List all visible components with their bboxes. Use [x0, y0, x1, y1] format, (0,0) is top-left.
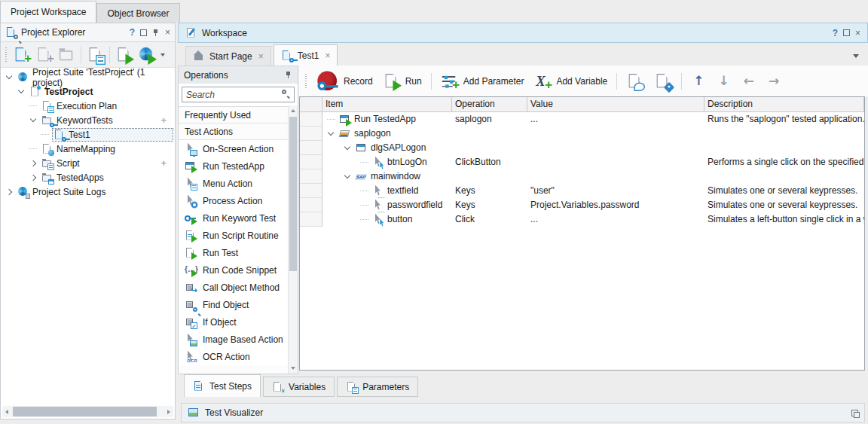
add-variable-button[interactable]: X+ Add Variable [531, 69, 610, 93]
operation-item-image-based-action[interactable]: Image Based Action [179, 331, 288, 348]
value-cell[interactable]: ... [527, 212, 704, 227]
operation-item-run-script-routine[interactable]: Run Script Routine [179, 227, 288, 244]
table-row[interactable]: …passwordfieldKeysProject.Variables.pass… [300, 198, 864, 212]
value-cell[interactable]: Project.Variables.password [527, 198, 704, 212]
tree-item-label-wrap[interactable]: Execution Plan [40, 99, 173, 113]
tree-item-label-wrap[interactable]: TestProject [28, 85, 173, 99]
search-input[interactable] [182, 87, 295, 102]
new-project-button[interactable]: + [11, 44, 32, 65]
record-button[interactable]: Record [314, 69, 375, 93]
run-project-suite-button[interactable] [136, 44, 157, 65]
tree-chevron[interactable] [28, 119, 38, 121]
operation-item-call-object-method[interactable]: ↪Call Object Method [179, 279, 288, 296]
chevron-down-icon[interactable] [5, 73, 11, 79]
tab-project-workspace[interactable]: Project Workspace [0, 1, 96, 23]
run-button[interactable]: Run [381, 69, 424, 93]
tab-test1[interactable]: Test1 × [274, 44, 338, 66]
value-cell[interactable] [527, 127, 704, 141]
operation-item-run-code-snippet[interactable]: {…}Run Code Snippet [179, 261, 288, 279]
tree-item-project-suite[interactable]: Project Suite 'TestProject' (1 project) [1, 70, 175, 84]
tree-item-label-wrap[interactable]: Project Suite Logs [16, 185, 173, 199]
operation-item-on-screen-action[interactable]: On-Screen Action [179, 140, 288, 157]
tree-chevron[interactable] [342, 147, 353, 149]
item-cell[interactable]: …textfield [322, 184, 452, 198]
item-cell[interactable]: SAPmainwindow [322, 169, 452, 184]
toolbar-grip[interactable] [305, 74, 307, 89]
tree-chevron[interactable] [16, 90, 26, 93]
operation-item-run-testedapp[interactable]: Run TestedApp [179, 157, 288, 175]
chevron-down-icon[interactable] [328, 130, 334, 136]
vertical-scrollbar[interactable] [288, 105, 298, 374]
tree-item-keyword-tests[interactable]: KeywordTests+ [1, 113, 175, 127]
operation-item-run-keyword-test[interactable]: Run Keyword Test [179, 209, 288, 227]
operation-item-menu-action[interactable]: Menu Action [179, 175, 288, 192]
tab-start-page[interactable]: Start Page × [185, 46, 271, 66]
add-comment-button[interactable] [624, 69, 646, 93]
close-icon[interactable]: × [855, 28, 860, 38]
add-parameter-button[interactable]: + Add Parameter [439, 69, 527, 93]
scroll-up-icon[interactable] [291, 109, 295, 112]
operation-cell[interactable]: saplogon [452, 112, 527, 127]
table-row[interactable]: …textfieldKeys"user"Simulates one or sev… [300, 184, 864, 198]
close-icon[interactable]: × [325, 50, 330, 61]
column-header-item[interactable]: Item [322, 97, 452, 111]
tree-item-label-wrap[interactable]: KeywordTests [40, 114, 158, 127]
tree-item-project[interactable]: TestProject [1, 84, 175, 99]
row-gutter[interactable] [300, 155, 322, 169]
value-cell[interactable]: ... [527, 112, 704, 127]
tree-item-project-suite-logs[interactable]: Project Suite Logs [1, 185, 175, 199]
item-cell[interactable]: btnLogOn [322, 155, 452, 169]
operation-item-find-object[interactable]: Find Object [179, 296, 288, 313]
item-cell[interactable]: saplogon [322, 127, 452, 141]
tree-item-tested-apps[interactable]: TestedApps [1, 170, 175, 185]
tree-chevron[interactable] [342, 175, 353, 178]
move-right-button[interactable]: → [764, 75, 784, 87]
tree-item-label-wrap[interactable]: Project Suite 'TestProject' (1 project) [16, 71, 173, 84]
column-header-operation[interactable]: Operation [452, 97, 527, 111]
operation-cell[interactable]: ClickButton [452, 155, 527, 169]
tree-item-label-wrap[interactable]: Test1 [52, 128, 173, 142]
scrollbar-thumb[interactable] [289, 117, 297, 271]
operation-cell[interactable] [452, 141, 527, 155]
value-cell[interactable] [527, 155, 704, 169]
scrollbar-thumb[interactable] [13, 407, 157, 416]
table-row[interactable]: btnLogOnClickButtonPerforms a single cli… [300, 155, 864, 169]
chevron-down-icon[interactable] [29, 116, 35, 122]
add-label-button[interactable] [652, 69, 674, 93]
move-up-button[interactable]: ↑ [689, 75, 708, 87]
value-cell[interactable]: "user" [527, 184, 704, 198]
tree-item-name-mapping[interactable]: NameMapping [1, 142, 175, 156]
row-gutter[interactable] [300, 198, 322, 212]
operation-item-if-object[interactable]: ✓If Object [179, 313, 288, 331]
pin-icon[interactable] [152, 29, 160, 37]
add-child-button[interactable]: + [160, 114, 167, 126]
scroll-left-icon[interactable] [5, 410, 8, 414]
row-gutter[interactable] [300, 184, 322, 198]
tree-chevron[interactable] [4, 76, 14, 78]
tree-chevron[interactable] [28, 161, 38, 166]
toolbar-dropdown-icon[interactable] [160, 53, 165, 56]
item-cell[interactable]: …passwordfield [322, 198, 452, 212]
row-gutter[interactable] [300, 127, 322, 141]
operations-group-test-actions[interactable]: Test Actions [179, 124, 288, 140]
scroll-down-icon[interactable] [291, 367, 295, 370]
help-button[interactable]: ? [833, 28, 838, 38]
close-icon[interactable]: × [165, 27, 170, 38]
execution-plan-button[interactable] [85, 44, 105, 65]
operation-cell[interactable] [452, 169, 527, 184]
chevron-right-icon[interactable] [29, 174, 35, 180]
maximize-icon[interactable] [140, 29, 147, 36]
run-project-button[interactable] [114, 44, 134, 65]
table-row[interactable]: Run TestedAppsaplogon...Runs the "saplog… [300, 112, 864, 127]
scroll-right-icon[interactable] [167, 410, 170, 414]
horizontal-scrollbar[interactable] [2, 406, 173, 417]
tree-chevron[interactable] [4, 190, 14, 194]
chevron-down-icon[interactable] [344, 172, 350, 178]
operation-item-run-test[interactable]: Run Test [179, 244, 288, 261]
tree-item-label-wrap[interactable]: TestedApps [40, 171, 173, 185]
value-cell[interactable] [527, 169, 704, 184]
row-gutter[interactable] [300, 112, 322, 127]
operations-group-frequently-used[interactable]: Frequently Used [179, 107, 288, 124]
table-row[interactable]: saplogon [300, 127, 864, 141]
table-row[interactable]: dlgSAPLogon [300, 141, 864, 155]
